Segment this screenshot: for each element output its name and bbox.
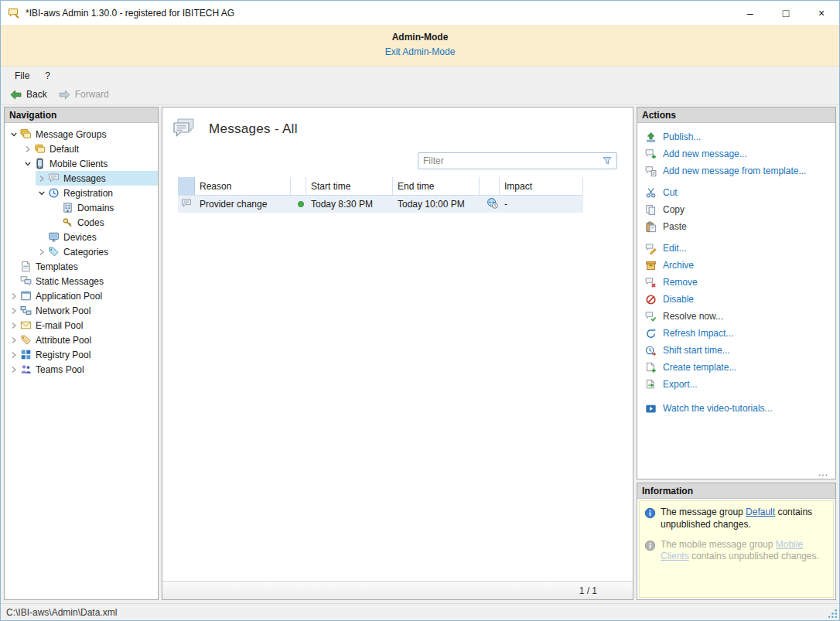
- message-groups-icon: [19, 128, 32, 141]
- column-header-impact-icon[interactable]: [480, 177, 500, 195]
- cell-start-time: Today 8:30 PM: [306, 196, 393, 213]
- info-text-before: The message group: [661, 507, 746, 517]
- tree-item-devices[interactable]: Devices: [36, 230, 158, 244]
- page-title-row: Messages - All: [162, 107, 633, 145]
- maximize-button[interactable]: □: [768, 1, 804, 25]
- tree-item-label: Codes: [77, 217, 109, 228]
- minimize-button[interactable]: –: [732, 1, 768, 25]
- tree-item-domains[interactable]: Domains: [50, 200, 158, 215]
- tree-item-static-messages[interactable]: Static Messages: [8, 274, 158, 288]
- action-archive[interactable]: Archive: [637, 257, 835, 274]
- column-header-status[interactable]: [291, 177, 306, 195]
- filter-input[interactable]: [418, 155, 599, 166]
- action-disable[interactable]: Disable: [637, 291, 835, 308]
- tree-item-templates[interactable]: Templates: [8, 259, 158, 274]
- tree-item-network-pool[interactable]: Network Pool: [8, 303, 158, 318]
- default-group-link[interactable]: Default: [746, 507, 775, 517]
- tree-item-label: Default: [50, 144, 84, 155]
- action-label: Remove: [663, 277, 698, 288]
- tree-item-attribute-pool[interactable]: Attribute Pool: [8, 333, 158, 347]
- more-actions-indicator[interactable]: ...: [818, 467, 828, 478]
- menu-file[interactable]: File: [7, 68, 37, 84]
- chevron-right-icon[interactable]: [8, 305, 19, 316]
- tree-item-registry-pool[interactable]: Registry Pool: [8, 347, 158, 362]
- chevron-right-icon[interactable]: [8, 290, 19, 302]
- action-label: Shift start time...: [663, 345, 730, 356]
- action-add-new-message-from-template[interactable]: Add new message from template...: [637, 162, 835, 179]
- action-export[interactable]: Export...: [637, 376, 835, 393]
- action-create-template[interactable]: Create template...: [637, 359, 835, 376]
- filter-box: [418, 152, 617, 169]
- action-refresh-impact[interactable]: Refresh Impact...: [637, 325, 835, 342]
- cut-icon: [644, 186, 657, 199]
- chevron-right-icon[interactable]: [8, 349, 19, 360]
- filter-icon[interactable]: [599, 155, 615, 167]
- forward-label: Forward: [75, 89, 109, 100]
- chevron-down-icon[interactable]: [22, 158, 33, 169]
- app-icon[interactable]: [8, 7, 20, 19]
- action-shift-start-time[interactable]: Shift start time...: [637, 342, 835, 359]
- chevron-right-icon[interactable]: [36, 172, 47, 184]
- action-resolve-now[interactable]: Resolve now...: [637, 308, 835, 325]
- action-edit[interactable]: Edit...: [637, 240, 835, 257]
- action-publish[interactable]: Publish...: [637, 128, 835, 145]
- chevron-down-icon[interactable]: [36, 187, 47, 199]
- forward-button[interactable]: Forward: [54, 87, 116, 103]
- messages-table: Reason Start time End time Impact Provid…: [178, 177, 583, 213]
- tree-item-categories[interactable]: Categories: [36, 244, 158, 259]
- action-watch-video-tutorials[interactable]: Watch the video-tutorials...: [637, 400, 835, 417]
- tree-item-application-pool[interactable]: Application Pool: [8, 288, 158, 303]
- chevron-right-icon[interactable]: [36, 246, 47, 258]
- filter-row: [162, 145, 633, 176]
- actions-list: Publish... Add new message... Add new me…: [637, 123, 835, 417]
- tree-item-label: Attribute Pool: [36, 335, 96, 346]
- tree-item-messages[interactable]: Messages: [36, 171, 158, 186]
- actions-header: Actions: [637, 107, 835, 123]
- chevron-down-icon[interactable]: [8, 128, 19, 140]
- column-header-start-time[interactable]: Start time: [306, 177, 393, 195]
- admin-mode-banner: Admin-Mode Exit Admin-Mode: [1, 25, 839, 67]
- tree-item-default[interactable]: Default: [22, 142, 158, 156]
- column-header-reason[interactable]: Reason: [195, 177, 291, 195]
- action-label: Paste: [663, 221, 687, 232]
- chevron-placeholder: [8, 275, 19, 287]
- action-add-new-message[interactable]: Add new message...: [637, 145, 835, 162]
- chevron-right-icon[interactable]: [22, 143, 33, 155]
- table-row[interactable]: Provider change Today 8:30 PM Today 10:0…: [178, 196, 583, 213]
- chevron-right-icon[interactable]: [8, 319, 19, 331]
- data-file-path: C:\IBI-aws\Admin\Data.xml: [6, 607, 117, 618]
- menu-help[interactable]: ?: [37, 68, 58, 84]
- action-paste[interactable]: Paste: [637, 218, 835, 235]
- network-pool-icon: [19, 305, 32, 317]
- action-copy[interactable]: Copy: [637, 201, 835, 218]
- export-icon: [644, 378, 657, 391]
- action-label: Copy: [663, 204, 685, 215]
- action-cut[interactable]: Cut: [637, 184, 835, 201]
- chevron-right-icon[interactable]: [8, 334, 19, 346]
- tree-item-registration[interactable]: Registration: [36, 186, 158, 200]
- page-indicator: 1 / 1: [579, 585, 597, 596]
- back-button[interactable]: Back: [5, 87, 54, 103]
- action-remove[interactable]: Remove: [637, 274, 835, 291]
- column-header-impact[interactable]: Impact: [500, 177, 583, 195]
- column-label: End time: [398, 181, 434, 192]
- chevron-right-icon[interactable]: [8, 363, 19, 375]
- tree-item-email-pool[interactable]: E-mail Pool: [8, 318, 158, 333]
- chevron-placeholder: [50, 202, 61, 213]
- tree-item-mobile-clients[interactable]: Mobile Clients: [22, 156, 158, 171]
- tree-item-codes[interactable]: Codes: [50, 215, 158, 230]
- resize-grip[interactable]: [828, 609, 838, 619]
- tree-item-label: Mobile Clients: [50, 159, 112, 169]
- exit-admin-mode-link[interactable]: Exit Admin-Mode: [385, 46, 456, 57]
- column-header-end-time[interactable]: End time: [393, 177, 480, 195]
- copy-icon: [644, 203, 657, 216]
- pager-bar: 1 / 1: [162, 581, 633, 599]
- info-text: The message group Default contains unpub…: [661, 507, 828, 531]
- paste-icon: [644, 220, 657, 233]
- tree-item-teams-pool[interactable]: Teams Pool: [8, 362, 158, 377]
- column-header-selector[interactable]: [178, 177, 195, 195]
- tree-item-label: Message Groups: [36, 129, 111, 140]
- action-label: Export...: [663, 379, 698, 390]
- close-button[interactable]: ×: [804, 1, 839, 25]
- tree-item-message-groups[interactable]: Message Groups: [8, 127, 158, 142]
